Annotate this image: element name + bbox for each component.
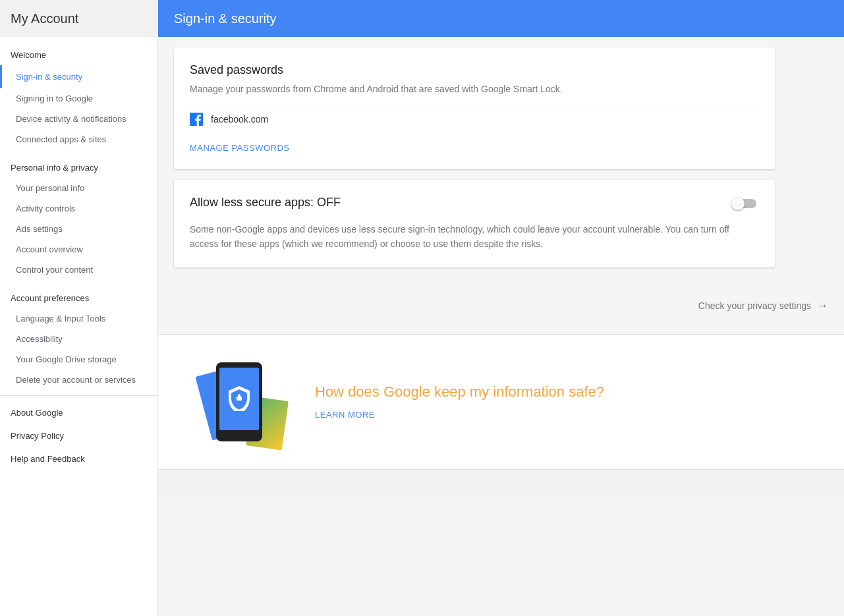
promo-section: How does Google keep my information safe… — [158, 334, 844, 469]
sidebar-sub-delete-account[interactable]: Delete your account or services — [0, 370, 157, 390]
app-title-text: My Account — [11, 11, 78, 26]
signin-subsections: Signing in to Google Device activity & n… — [0, 88, 157, 150]
sidebar-sub-activity-controls[interactable]: Activity controls — [0, 198, 157, 219]
facebook-icon — [190, 113, 203, 126]
less-secure-toggle[interactable] — [730, 196, 759, 211]
account-prefs-subsections: Language & Input Tools Accessibility You… — [0, 308, 157, 390]
footer-bar — [158, 469, 844, 495]
main-content: Saved passwords Manage your passwords fr… — [158, 37, 844, 616]
privacy-check-link[interactable]: Check your privacy settings → — [158, 289, 844, 323]
shield-icon — [229, 386, 250, 411]
sidebar-sub-drive-storage[interactable]: Your Google Drive storage — [0, 349, 157, 370]
sidebar-about-google[interactable]: About Google — [0, 401, 157, 424]
svg-rect-1 — [238, 394, 240, 398]
privacy-check-text: Check your privacy settings — [698, 300, 811, 311]
promo-illustration — [190, 356, 289, 448]
sidebar-sub-control-content[interactable]: Control your content — [0, 260, 157, 280]
password-domain-text: facebook.com — [211, 114, 268, 125]
saved-passwords-card: Saved passwords Manage your passwords fr… — [174, 47, 775, 169]
less-secure-title: Allow less secure apps: OFF — [190, 196, 341, 210]
sidebar-divider — [0, 395, 157, 396]
page-title-text: Sign-in & security — [174, 11, 277, 26]
layout: Welcome Sign-in & security Signing in to… — [0, 37, 844, 616]
password-entry-facebook: facebook.com — [190, 107, 759, 131]
learn-more-link[interactable]: LEARN MORE — [315, 410, 375, 420]
phone-screen — [219, 368, 259, 430]
personal-info-subsections: Your personal info Activity controls Ads… — [0, 178, 157, 280]
less-secure-description: Some non-Google apps and devices use les… — [190, 222, 759, 252]
sidebar-account-prefs-header: Account preferences — [0, 280, 157, 308]
sidebar-help-feedback[interactable]: Help and Feedback — [0, 447, 157, 470]
sidebar-item-signin-security[interactable]: Sign-in & security — [0, 65, 157, 88]
privacy-check-arrow-icon: → — [816, 299, 828, 313]
sidebar-welcome: Welcome — [0, 37, 157, 65]
page-title: Sign-in & security — [158, 11, 293, 26]
sidebar: Welcome Sign-in & security Signing in to… — [0, 37, 158, 616]
sidebar-sub-signing-in[interactable]: Signing in to Google — [0, 88, 157, 109]
sidebar-sub-personal-info[interactable]: Your personal info — [0, 178, 157, 198]
app-header: My Account Sign-in & security — [0, 0, 844, 37]
toggle-row: Allow less secure apps: OFF — [190, 196, 759, 211]
content-area: Saved passwords Manage your passwords fr… — [158, 37, 791, 289]
sidebar-sub-ads-settings[interactable]: Ads settings — [0, 219, 157, 239]
promo-title: How does Google keep my information safe… — [315, 383, 604, 401]
sidebar-privacy-policy[interactable]: Privacy Policy — [0, 424, 157, 447]
toggle-thumb — [731, 197, 745, 210]
promo-text-area: How does Google keep my information safe… — [315, 383, 604, 420]
phone-illustration — [216, 362, 262, 441]
app-title: My Account — [0, 0, 158, 37]
saved-passwords-title: Saved passwords — [190, 63, 759, 77]
sidebar-sub-language[interactable]: Language & Input Tools — [0, 308, 157, 329]
less-secure-apps-card: Allow less secure apps: OFF Some non-Goo… — [174, 180, 775, 267]
sidebar-personal-info-header: Personal info & privacy — [0, 150, 157, 178]
sidebar-sub-accessibility[interactable]: Accessibility — [0, 329, 157, 349]
saved-passwords-description: Manage your passwords from Chrome and An… — [190, 82, 759, 96]
manage-passwords-link[interactable]: MANAGE PASSWORDS — [190, 143, 290, 153]
sidebar-sub-device-activity[interactable]: Device activity & notifications — [0, 109, 157, 129]
sidebar-sub-connected-apps[interactable]: Connected apps & sites — [0, 129, 157, 150]
sidebar-sub-account-overview[interactable]: Account overview — [0, 239, 157, 260]
